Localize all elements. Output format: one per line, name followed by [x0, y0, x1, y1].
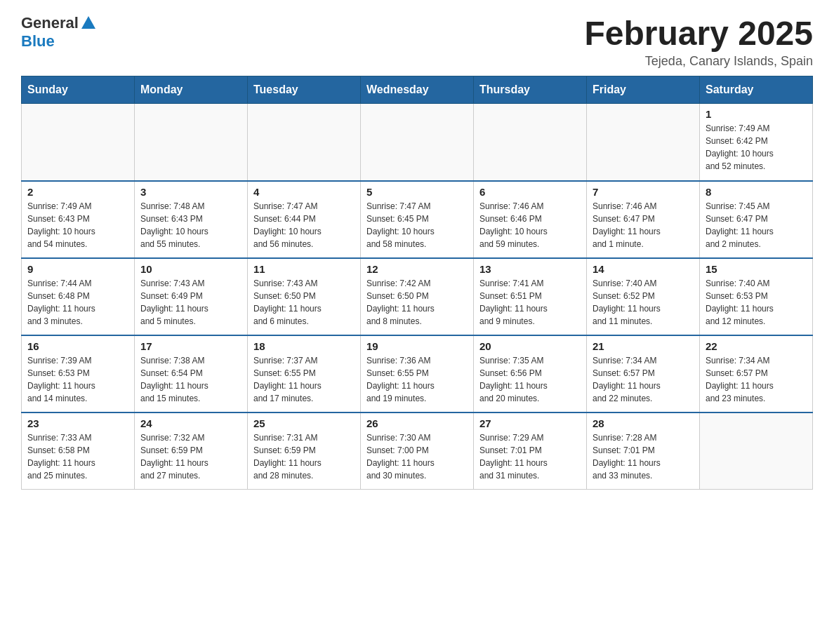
calendar-cell: 20Sunrise: 7:35 AM Sunset: 6:56 PM Dayli… [474, 335, 587, 412]
day-info: Sunrise: 7:37 AM Sunset: 6:55 PM Dayligh… [253, 354, 355, 405]
calendar-cell: 22Sunrise: 7:34 AM Sunset: 6:57 PM Dayli… [700, 335, 813, 412]
calendar-cell: 24Sunrise: 7:32 AM Sunset: 6:59 PM Dayli… [135, 412, 248, 490]
calendar-cell: 23Sunrise: 7:33 AM Sunset: 6:58 PM Dayli… [22, 412, 135, 490]
calendar-cell: 6Sunrise: 7:46 AM Sunset: 6:46 PM Daylig… [474, 181, 587, 258]
calendar-cell [474, 104, 587, 181]
calendar-week-row: 9Sunrise: 7:44 AM Sunset: 6:48 PM Daylig… [22, 258, 813, 335]
day-number: 26 [366, 417, 468, 429]
logo-triangle-icon [81, 16, 95, 29]
location-label: Tejeda, Canary Islands, Spain [584, 54, 813, 69]
day-number: 18 [253, 340, 355, 352]
day-number: 11 [253, 263, 355, 275]
calendar-body: 1Sunrise: 7:49 AM Sunset: 6:42 PM Daylig… [22, 104, 813, 490]
calendar-cell: 11Sunrise: 7:43 AM Sunset: 6:50 PM Dayli… [248, 258, 361, 335]
day-info: Sunrise: 7:40 AM Sunset: 6:52 PM Dayligh… [593, 277, 694, 328]
weekday-header-wednesday: Wednesday [361, 76, 474, 104]
day-number: 3 [140, 186, 241, 198]
day-number: 14 [593, 263, 694, 275]
day-number: 16 [27, 340, 128, 352]
page-header: General Blue February 2025 Tejeda, Canar… [21, 14, 813, 69]
day-number: 20 [479, 340, 581, 352]
logo: General Blue [21, 14, 95, 51]
day-number: 25 [253, 417, 355, 429]
day-number: 17 [140, 340, 241, 352]
day-number: 15 [706, 263, 807, 275]
day-info: Sunrise: 7:34 AM Sunset: 6:57 PM Dayligh… [593, 354, 694, 405]
day-number: 5 [366, 186, 468, 198]
calendar-cell: 19Sunrise: 7:36 AM Sunset: 6:55 PM Dayli… [361, 335, 474, 412]
day-info: Sunrise: 7:38 AM Sunset: 6:54 PM Dayligh… [140, 354, 241, 405]
calendar-cell: 18Sunrise: 7:37 AM Sunset: 6:55 PM Dayli… [248, 335, 361, 412]
day-number: 21 [593, 340, 694, 352]
calendar-cell: 21Sunrise: 7:34 AM Sunset: 6:57 PM Dayli… [587, 335, 700, 412]
calendar-cell: 2Sunrise: 7:49 AM Sunset: 6:43 PM Daylig… [22, 181, 135, 258]
day-info: Sunrise: 7:49 AM Sunset: 6:42 PM Dayligh… [706, 122, 807, 173]
day-number: 10 [140, 263, 241, 275]
calendar-cell: 14Sunrise: 7:40 AM Sunset: 6:52 PM Dayli… [587, 258, 700, 335]
day-info: Sunrise: 7:45 AM Sunset: 6:47 PM Dayligh… [706, 200, 807, 250]
day-number: 6 [479, 186, 581, 198]
calendar-cell: 17Sunrise: 7:38 AM Sunset: 6:54 PM Dayli… [135, 335, 248, 412]
title-section: February 2025 Tejeda, Canary Islands, Sp… [584, 14, 813, 69]
weekday-header-monday: Monday [135, 76, 248, 104]
day-number: 23 [27, 417, 128, 429]
day-info: Sunrise: 7:43 AM Sunset: 6:49 PM Dayligh… [140, 277, 241, 328]
day-info: Sunrise: 7:42 AM Sunset: 6:50 PM Dayligh… [366, 277, 468, 328]
day-info: Sunrise: 7:30 AM Sunset: 7:00 PM Dayligh… [366, 431, 468, 482]
day-info: Sunrise: 7:47 AM Sunset: 6:45 PM Dayligh… [366, 200, 468, 250]
day-info: Sunrise: 7:34 AM Sunset: 6:57 PM Dayligh… [706, 354, 807, 405]
day-number: 8 [706, 186, 807, 198]
day-number: 24 [140, 417, 241, 429]
day-info: Sunrise: 7:35 AM Sunset: 6:56 PM Dayligh… [479, 354, 581, 405]
day-info: Sunrise: 7:41 AM Sunset: 6:51 PM Dayligh… [479, 277, 581, 328]
calendar-cell: 9Sunrise: 7:44 AM Sunset: 6:48 PM Daylig… [22, 258, 135, 335]
day-number: 19 [366, 340, 468, 352]
day-number: 22 [706, 340, 807, 352]
calendar-cell: 26Sunrise: 7:30 AM Sunset: 7:00 PM Dayli… [361, 412, 474, 490]
calendar-week-row: 16Sunrise: 7:39 AM Sunset: 6:53 PM Dayli… [22, 335, 813, 412]
calendar-week-row: 1Sunrise: 7:49 AM Sunset: 6:42 PM Daylig… [22, 104, 813, 181]
calendar-cell [22, 104, 135, 181]
day-info: Sunrise: 7:40 AM Sunset: 6:53 PM Dayligh… [706, 277, 807, 328]
calendar-cell: 10Sunrise: 7:43 AM Sunset: 6:49 PM Dayli… [135, 258, 248, 335]
calendar-cell: 3Sunrise: 7:48 AM Sunset: 6:43 PM Daylig… [135, 181, 248, 258]
calendar-header: SundayMondayTuesdayWednesdayThursdayFrid… [22, 76, 813, 104]
calendar-cell: 15Sunrise: 7:40 AM Sunset: 6:53 PM Dayli… [700, 258, 813, 335]
day-info: Sunrise: 7:46 AM Sunset: 6:47 PM Dayligh… [593, 200, 694, 250]
day-number: 27 [479, 417, 581, 429]
day-number: 4 [253, 186, 355, 198]
day-info: Sunrise: 7:49 AM Sunset: 6:43 PM Dayligh… [27, 200, 128, 250]
weekday-header-saturday: Saturday [700, 76, 813, 104]
weekday-header-row: SundayMondayTuesdayWednesdayThursdayFrid… [22, 76, 813, 104]
calendar-cell: 25Sunrise: 7:31 AM Sunset: 6:59 PM Dayli… [248, 412, 361, 490]
day-number: 2 [27, 186, 128, 198]
day-number: 28 [593, 417, 694, 429]
day-info: Sunrise: 7:43 AM Sunset: 6:50 PM Dayligh… [253, 277, 355, 328]
logo-blue-label: Blue [21, 32, 55, 51]
calendar-cell: 13Sunrise: 7:41 AM Sunset: 6:51 PM Dayli… [474, 258, 587, 335]
calendar-cell: 8Sunrise: 7:45 AM Sunset: 6:47 PM Daylig… [700, 181, 813, 258]
day-number: 7 [593, 186, 694, 198]
day-info: Sunrise: 7:32 AM Sunset: 6:59 PM Dayligh… [140, 431, 241, 482]
logo-general-text: General [21, 14, 95, 32]
month-title: February 2025 [584, 14, 813, 53]
calendar-cell: 27Sunrise: 7:29 AM Sunset: 7:01 PM Dayli… [474, 412, 587, 490]
weekday-header-sunday: Sunday [22, 76, 135, 104]
calendar-cell: 12Sunrise: 7:42 AM Sunset: 6:50 PM Dayli… [361, 258, 474, 335]
calendar-cell: 5Sunrise: 7:47 AM Sunset: 6:45 PM Daylig… [361, 181, 474, 258]
calendar-cell [700, 412, 813, 490]
weekday-header-tuesday: Tuesday [248, 76, 361, 104]
day-info: Sunrise: 7:47 AM Sunset: 6:44 PM Dayligh… [253, 200, 355, 250]
calendar-cell: 7Sunrise: 7:46 AM Sunset: 6:47 PM Daylig… [587, 181, 700, 258]
calendar-week-row: 2Sunrise: 7:49 AM Sunset: 6:43 PM Daylig… [22, 181, 813, 258]
calendar-cell: 28Sunrise: 7:28 AM Sunset: 7:01 PM Dayli… [587, 412, 700, 490]
day-number: 9 [27, 263, 128, 275]
day-info: Sunrise: 7:33 AM Sunset: 6:58 PM Dayligh… [27, 431, 128, 482]
day-number: 12 [366, 263, 468, 275]
calendar-table: SundayMondayTuesdayWednesdayThursdayFrid… [21, 76, 813, 490]
calendar-cell [248, 104, 361, 181]
day-number: 13 [479, 263, 581, 275]
day-number: 1 [706, 108, 807, 120]
calendar-cell: 1Sunrise: 7:49 AM Sunset: 6:42 PM Daylig… [700, 104, 813, 181]
calendar-cell [135, 104, 248, 181]
